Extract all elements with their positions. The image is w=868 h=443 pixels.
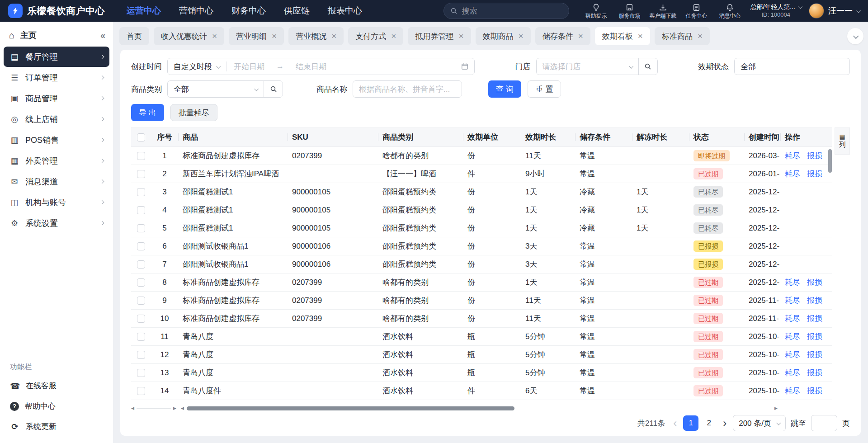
product-name-input[interactable]: 根据商品名称、拼音首字... xyxy=(353,80,462,98)
store-search-button[interactable] xyxy=(638,58,657,75)
report-loss-link[interactable]: 报损 xyxy=(807,151,822,160)
start-date-input[interactable]: 开始日期 xyxy=(234,61,264,72)
help-hint-button[interactable]: 帮助提示 xyxy=(579,2,613,20)
reset-button[interactable]: 重 置 xyxy=(528,80,561,98)
exhaust-link[interactable]: 耗尽 xyxy=(785,332,800,341)
row-checkbox[interactable] xyxy=(137,369,145,377)
sidebar-item-8[interactable]: ⚙系统设置 xyxy=(4,213,109,233)
sidebar-item-2[interactable]: ▣商品管理 xyxy=(4,88,109,108)
sidebar-item-0[interactable]: ▤餐厅管理 xyxy=(4,47,109,67)
top-nav-item[interactable]: 报表中心 xyxy=(328,5,362,17)
row-checkbox[interactable] xyxy=(137,260,145,269)
vertical-scrollbar-thumb[interactable] xyxy=(828,149,832,173)
sidebar-item-4[interactable]: ▥POS销售 xyxy=(4,130,109,150)
tab-close-icon[interactable]: × xyxy=(578,31,583,41)
scroll-left-icon[interactable]: ◀ xyxy=(131,406,134,410)
tabs-collapse-button[interactable] xyxy=(847,28,863,44)
exhaust-link[interactable]: 耗尽 xyxy=(785,368,800,377)
page-size-select[interactable]: 200 条/页 xyxy=(733,415,786,431)
sidebar-item-1[interactable]: ☰订单管理 xyxy=(4,67,109,88)
tab-item[interactable]: 标准商品× xyxy=(655,27,710,45)
exhaust-link[interactable]: 耗尽 xyxy=(785,278,800,287)
sidebar-item-6[interactable]: ✉消息渠道 xyxy=(4,171,109,192)
scroll-right-icon[interactable]: ▶ xyxy=(173,406,176,410)
report-loss-link[interactable]: 报损 xyxy=(807,350,822,359)
report-loss-link[interactable]: 报损 xyxy=(807,170,822,178)
next-page-button[interactable]: › xyxy=(722,418,728,429)
tab-item[interactable]: 储存条件× xyxy=(535,27,590,45)
end-date-input[interactable]: 结束日期 xyxy=(296,61,326,72)
sidebar-item-home[interactable]: ⌂ 主页 « xyxy=(0,24,113,46)
row-checkbox[interactable] xyxy=(137,297,145,305)
tab-item[interactable]: 营业概况× xyxy=(288,27,344,45)
tab-item[interactable]: 首页 xyxy=(119,27,149,45)
row-checkbox[interactable] xyxy=(137,242,145,250)
client-download-button[interactable]: 客户端下载 xyxy=(646,2,679,20)
report-loss-link[interactable]: 报损 xyxy=(807,386,822,395)
sidebar-item-5[interactable]: ▦外卖管理 xyxy=(4,151,109,171)
sidebar-footer-item-2[interactable]: ⟳系统更新 xyxy=(0,416,113,437)
service-market-button[interactable]: 服务市场 xyxy=(613,2,646,20)
tab-close-icon[interactable]: × xyxy=(212,31,217,41)
row-checkbox[interactable] xyxy=(137,188,145,196)
tab-close-icon[interactable]: × xyxy=(638,31,643,41)
row-checkbox[interactable] xyxy=(137,224,145,232)
sidebar-item-3[interactable]: ◎线上店铺 xyxy=(4,109,109,129)
tab-close-icon[interactable]: × xyxy=(698,31,703,41)
tab-item[interactable]: 效期看板× xyxy=(595,27,650,45)
row-checkbox[interactable] xyxy=(137,333,145,341)
exhaust-link[interactable]: 耗尽 xyxy=(785,296,800,305)
horizontal-scrollbar-thumb[interactable] xyxy=(187,406,514,410)
tab-item[interactable]: 抵用券管理× xyxy=(408,27,471,45)
exhaust-link[interactable]: 耗尽 xyxy=(785,151,800,160)
jump-page-input[interactable] xyxy=(811,415,837,431)
export-button[interactable]: 导 出 xyxy=(131,104,164,121)
table-horizontal-scrollbar[interactable]: ◀ ▶ xyxy=(181,406,778,410)
tab-close-icon[interactable]: × xyxy=(391,31,396,41)
user-menu[interactable]: 汪一一 xyxy=(809,3,860,19)
tab-item[interactable]: 营业明细× xyxy=(229,27,284,45)
exhaust-link[interactable]: 耗尽 xyxy=(785,170,800,178)
exhaust-link[interactable]: 耗尽 xyxy=(785,350,800,359)
report-loss-link[interactable]: 报损 xyxy=(807,332,822,341)
exhaust-link[interactable]: 耗尽 xyxy=(785,314,800,323)
sidebar-item-7[interactable]: ◫机构与账号 xyxy=(4,192,109,212)
message-center-button[interactable]: 消息中心 xyxy=(713,2,746,20)
tab-close-icon[interactable]: × xyxy=(272,31,277,41)
org-switcher[interactable]: 总部/年轻人第... ID: 100004 xyxy=(750,3,802,19)
task-center-button[interactable]: 任务中心 xyxy=(679,2,713,20)
top-nav-item[interactable]: 营销中心 xyxy=(179,5,213,17)
sidebar-footer-item-0[interactable]: ☎在线客服 xyxy=(0,376,113,396)
page-number-button[interactable]: 2 xyxy=(701,415,717,431)
category-search-button[interactable] xyxy=(264,81,283,97)
batch-exhaust-button[interactable]: 批量耗尽 xyxy=(170,104,217,121)
row-checkbox[interactable] xyxy=(137,152,145,160)
fixed-columns-scrollbar[interactable]: ◀ ▶ xyxy=(131,406,176,410)
scroll-right-icon[interactable]: ▶ xyxy=(774,406,778,410)
row-checkbox[interactable] xyxy=(137,387,145,395)
exhaust-link[interactable]: 耗尽 xyxy=(785,386,800,395)
tab-item[interactable]: 支付方式× xyxy=(348,27,403,45)
row-checkbox[interactable] xyxy=(137,315,145,323)
select-all-checkbox[interactable] xyxy=(137,133,145,141)
sidebar-collapse-icon[interactable]: « xyxy=(100,30,104,41)
store-select[interactable]: 请选择门店 xyxy=(537,58,638,75)
app-logo[interactable]: 乐檬餐饮商户中心 xyxy=(8,4,105,18)
top-nav-item[interactable]: 供应链 xyxy=(284,5,310,17)
top-nav-item[interactable]: 财务中心 xyxy=(231,5,266,17)
tab-item[interactable]: 收入优惠统计× xyxy=(154,27,224,45)
scroll-left-icon[interactable]: ◀ xyxy=(181,406,184,410)
page-number-button[interactable]: 1 xyxy=(683,415,698,431)
tab-close-icon[interactable]: × xyxy=(331,31,336,41)
topbar-search-input[interactable]: 搜索 xyxy=(443,3,569,19)
search-button[interactable]: 查 询 xyxy=(488,80,521,98)
row-checkbox[interactable] xyxy=(137,206,145,214)
expiry-status-select[interactable]: 全部 xyxy=(734,58,850,75)
time-preset-select[interactable]: 自定义时段 xyxy=(174,61,227,71)
row-checkbox[interactable] xyxy=(137,278,145,287)
category-select[interactable]: 全部 xyxy=(168,81,264,97)
report-loss-link[interactable]: 报损 xyxy=(807,314,822,323)
prev-page-button[interactable]: ‹ xyxy=(672,418,678,429)
tab-close-icon[interactable]: × xyxy=(458,31,463,41)
vertical-scrollbar[interactable] xyxy=(828,149,832,399)
